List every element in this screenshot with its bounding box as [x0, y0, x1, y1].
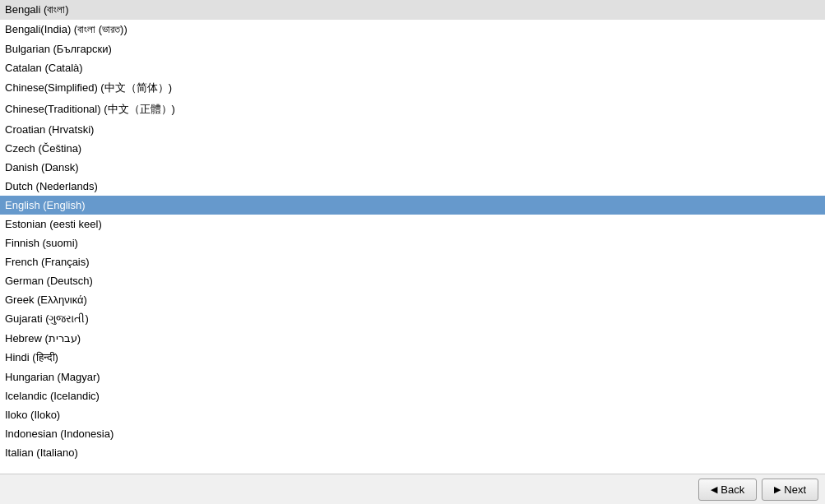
- back-button[interactable]: ◀ Back: [698, 479, 757, 501]
- language-item-finnish[interactable]: Finnish (suomi): [0, 234, 825, 252]
- language-item-bulgarian[interactable]: Bulgarian (Български): [0, 39, 825, 58]
- language-item-estonian[interactable]: Estonian (eesti keel): [0, 215, 825, 234]
- language-item-hebrew[interactable]: Hebrew (עברית): [0, 329, 825, 348]
- language-item-croatian[interactable]: Croatian (Hrvatski): [0, 120, 825, 139]
- language-item-greek[interactable]: Greek (Ελληνικά): [0, 290, 825, 309]
- language-item-gujarati[interactable]: Gujarati (ગુજરાતી): [0, 309, 825, 329]
- language-item-italian[interactable]: Italian (Italiano): [0, 443, 825, 462]
- language-item-czech[interactable]: Czech (Čeština): [0, 139, 825, 158]
- language-list-container: Bengali (বাংলা)Bengali(India) (বাংলা (ভা…: [0, 0, 825, 474]
- language-item-chinese-traditional[interactable]: Chinese(Traditional) (中文（正體）): [0, 99, 825, 120]
- language-item-hungarian[interactable]: Hungarian (Magyar): [0, 368, 825, 386]
- language-item-hindi[interactable]: Hindi (हिन्दी): [0, 348, 825, 368]
- footer: ◀ Back ▶ Next: [0, 474, 825, 504]
- next-button[interactable]: ▶ Next: [762, 479, 818, 501]
- next-arrow-icon: ▶: [774, 484, 781, 495]
- language-item-english[interactable]: English (English): [0, 196, 825, 215]
- language-list[interactable]: Bengali (বাংলা)Bengali(India) (বাংলা (ভা…: [0, 0, 825, 474]
- language-item-french[interactable]: French (Français): [0, 252, 825, 271]
- back-arrow-icon: ◀: [711, 484, 717, 495]
- language-item-icelandic[interactable]: Icelandic (Icelandic): [0, 386, 825, 405]
- next-label: Next: [784, 483, 806, 496]
- language-item-iloko[interactable]: Iloko (Iloko): [0, 405, 825, 424]
- language-item-bengali[interactable]: Bengali (বাংলা): [0, 0, 825, 20]
- back-label: Back: [721, 483, 744, 496]
- language-item-dutch[interactable]: Dutch (Nederlands): [0, 177, 825, 196]
- language-item-bengali-india[interactable]: Bengali(India) (বাংলা (ভারত)): [0, 20, 825, 39]
- language-item-danish[interactable]: Danish (Dansk): [0, 158, 825, 177]
- language-item-catalan[interactable]: Catalan (Català): [0, 58, 825, 77]
- language-item-german[interactable]: German (Deutsch): [0, 271, 825, 290]
- language-item-chinese-simplified[interactable]: Chinese(Simplified) (中文（简体）): [0, 77, 825, 99]
- language-item-indonesian[interactable]: Indonesian (Indonesia): [0, 424, 825, 443]
